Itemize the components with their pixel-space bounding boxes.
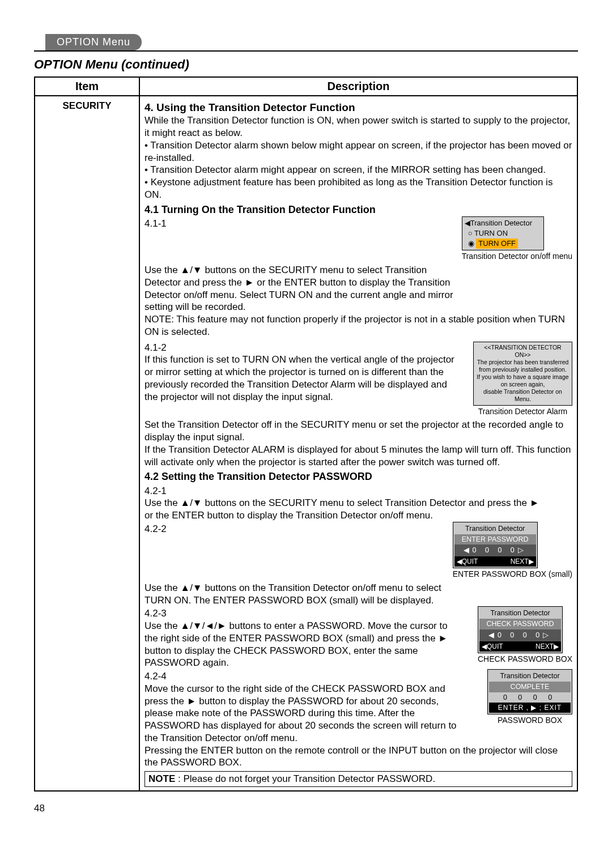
alarm-l2: If you wish to have a square image on sc…	[475, 373, 570, 388]
check-password-title: Transition Detector	[479, 608, 561, 619]
onoff-menu-title: ◀Transition Detector	[465, 218, 541, 228]
step-411-num: 4.1-1	[144, 218, 171, 230]
alarm-l3: disable Transition Detector on Menu.	[475, 388, 570, 403]
check-password-sub: CHECK PASSWORD	[479, 619, 561, 629]
section-42-heading: 4.2 Setting the Transition Detector PASS…	[144, 470, 572, 483]
onoff-menu-caption: Transition Detector on/off menu	[462, 252, 572, 262]
step-422-text: Use the ▲/▼ buttons on the Transition De…	[144, 582, 459, 607]
enter-password-box: Transition Detector ENTER PASSWORD ◀0 0 …	[453, 522, 538, 568]
alarm-box: <<TRANSITION DETECTOR ON>> The projector…	[473, 342, 572, 406]
step-424-num: 4.2-4	[144, 670, 171, 683]
quit-label: ◀QUIT	[457, 556, 478, 567]
next-label-2: NEXT▶	[536, 641, 559, 652]
page-title: OPTION Menu (continued)	[34, 57, 578, 72]
menu-tab: OPTION Menu	[45, 34, 142, 50]
enter-password-title: Transition Detector	[454, 524, 536, 534]
quit-label-2: ◀QUIT	[482, 641, 503, 652]
col-item: Item	[35, 77, 139, 96]
content-table: Item Description SECURITY 4. Using the T…	[34, 76, 578, 792]
digits-value-2: 0 0 0 0	[498, 631, 543, 639]
digits-value: 0 0 0 0	[473, 546, 518, 554]
step-411-text: Use the ▲/▼ buttons on the SECURITY menu…	[144, 264, 459, 313]
step-424-text: Move the cursor to the right side of the…	[144, 683, 459, 744]
check-password-caption: CHECK PASSWORD BOX	[478, 654, 572, 665]
step-412-num: 4.1-2	[144, 342, 171, 354]
alarm-l1: The projector has been transferred from …	[475, 359, 570, 373]
note-label: NOTE	[148, 773, 175, 784]
password-box-figure: Transition Detector COMPLETE 0 0 0 0 ENT…	[487, 669, 572, 726]
enter-password-digits: ◀0 0 0 0▷	[454, 544, 536, 556]
step-423-text: Use the ▲/▼/◄/► buttons to enter a PASSW…	[144, 620, 459, 669]
note-text: : Please do not forget your Transition D…	[175, 773, 435, 784]
step-424-after: Pressing the ENTER button on the remote …	[144, 744, 572, 769]
step-412-after: Set the Transition Detector off in the S…	[144, 419, 572, 444]
section-4-b1: • Transition Detector alarm shown below …	[144, 139, 572, 164]
section-4-heading: 4. Using the Transition Detector Functio…	[144, 101, 572, 114]
enter-password-figure: Transition Detector ENTER PASSWORD ◀0 0 …	[453, 522, 572, 580]
step-412-after2: If the Transition Detector ALARM is disp…	[144, 444, 572, 469]
section-4-intro: While the Transition Detector function i…	[144, 114, 572, 139]
turn-on-option: ○ TURN ON	[465, 228, 541, 239]
section-41-heading: 4.1 Turning On the Transition Detector F…	[144, 203, 572, 216]
turn-off-option: ◉ TURN OFF	[465, 239, 541, 249]
turn-on-label: TURN ON	[474, 229, 508, 237]
page-number: 48	[34, 803, 578, 814]
alarm-figure: <<TRANSITION DETECTOR ON>> The projector…	[473, 342, 572, 417]
check-password-box: Transition Detector CHECK PASSWORD ◀0 0 …	[478, 606, 563, 653]
onoff-menu-box: ◀Transition Detector ○ TURN ON ◉ TURN OF…	[462, 216, 544, 251]
header-rule	[34, 50, 578, 52]
enter-password-caption: ENTER PASSWORD BOX (small)	[453, 569, 572, 580]
step-423-num: 4.2-3	[144, 607, 171, 620]
section-4-b3: • Keystone adjustment feature has been p…	[144, 176, 572, 201]
password-box-complete: COMPLETE	[489, 682, 571, 692]
turn-off-label: TURN OFF	[476, 239, 518, 249]
check-password-figure: Transition Detector CHECK PASSWORD ◀0 0 …	[478, 606, 572, 664]
description-cell: 4. Using the Transition Detector Functio…	[139, 96, 577, 791]
next-label: NEXT▶	[511, 556, 534, 567]
onoff-menu-figure: ◀Transition Detector ○ TURN ON ◉ TURN OF…	[462, 216, 572, 262]
step-421-num: 4.2-1	[144, 485, 171, 497]
step-422-num: 4.2-2	[144, 523, 171, 535]
password-box: Transition Detector COMPLETE 0 0 0 0 ENT…	[487, 669, 572, 714]
alarm-title: <<TRANSITION DETECTOR ON>>	[475, 344, 570, 359]
password-box-enterexit: ENTER , ▶ ; EXIT	[489, 703, 571, 713]
check-password-digits: ◀0 0 0 0▷	[479, 629, 561, 641]
step-412-text: If this function is set to TURN ON when …	[144, 354, 459, 403]
password-box-digits: 0 0 0 0	[489, 692, 571, 703]
note-box: NOTE : Please do not forget your Transit…	[144, 771, 572, 787]
step-421-text: Use the ▲/▼ buttons on the SECURITY menu…	[144, 497, 544, 522]
col-desc: Description	[139, 77, 577, 96]
enter-password-sub: ENTER PASSWORD	[454, 534, 536, 545]
section-4-b2: • Transition Detector alarm might appear…	[144, 164, 572, 176]
item-security: SECURITY	[35, 96, 139, 791]
step-411-note: NOTE: This feature may not function prop…	[144, 313, 572, 338]
password-box-caption: PASSWORD BOX	[487, 716, 572, 726]
password-box-title: Transition Detector	[489, 671, 571, 682]
alarm-caption: Transition Detector Alarm	[473, 407, 572, 417]
